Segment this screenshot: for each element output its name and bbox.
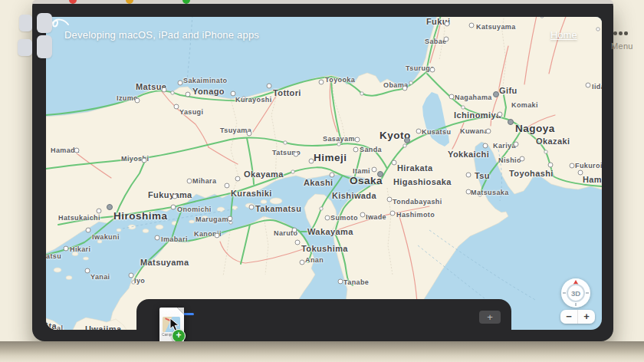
map-city-dot xyxy=(353,147,359,153)
map-city-dot xyxy=(483,143,488,149)
map-graphics xyxy=(46,17,602,330)
map-city-dot xyxy=(387,197,393,202)
stage-window-thumb[interactable] xyxy=(37,35,52,58)
map-city-label: Izumo xyxy=(117,94,138,102)
map-city-label: Miyoshi xyxy=(121,155,149,163)
map-city-dot xyxy=(469,23,475,28)
honshu-landmass xyxy=(46,17,602,330)
map-city-label: Anan xyxy=(305,256,324,264)
page-bottom-gradient xyxy=(0,341,644,362)
map-city-dot xyxy=(444,37,449,42)
site-menu[interactable]: Menu xyxy=(611,31,642,51)
map-city-dot xyxy=(390,211,396,216)
stage-window-thumb[interactable] xyxy=(18,39,32,56)
map-city-label: Toyooka xyxy=(325,76,355,84)
map-city-dot xyxy=(372,167,377,173)
map-city-dot xyxy=(97,209,102,214)
map-city-dot xyxy=(294,152,299,157)
map-city-label: Kusatsu xyxy=(422,128,451,136)
page-fold-icon xyxy=(177,308,184,314)
map-city-dot xyxy=(249,205,255,210)
map-city-label: Iwakuni xyxy=(92,233,120,241)
stage-window-thumb[interactable] xyxy=(37,13,52,33)
uwajima-coast xyxy=(73,318,127,330)
map-city-label: Ichinomiya xyxy=(454,110,501,120)
menu-label[interactable]: Menu xyxy=(611,41,642,51)
kyushu-corner xyxy=(46,318,64,330)
map-city-dot xyxy=(74,148,80,153)
map-city-dot xyxy=(402,86,408,91)
stage-window-thumb[interactable] xyxy=(19,15,32,31)
map-city-label: Okazaki xyxy=(536,137,570,146)
map-city-label: Kanonji xyxy=(194,230,222,238)
map-city-label: Matsuyama xyxy=(140,258,189,267)
ellipsis-icon[interactable] xyxy=(613,31,642,35)
map-city-label: Obama xyxy=(383,81,409,89)
minimize-button[interactable] xyxy=(126,0,133,4)
map-city-label: Hashimoto xyxy=(396,211,435,219)
map-city-label: ita xyxy=(46,321,57,330)
map-city-dot xyxy=(360,212,366,218)
compass-label: 3D xyxy=(571,289,580,298)
map-city-label: Marugame xyxy=(196,216,232,223)
map-city-dot xyxy=(355,137,360,143)
map-city-label: Mihara xyxy=(192,177,216,185)
map-city-dot xyxy=(142,158,147,163)
map-city-label: Kyoto xyxy=(380,130,411,141)
cursor-arrow-icon xyxy=(169,318,180,331)
compass-3d-control[interactable]: 3D xyxy=(561,278,590,308)
map-city-label: Tatsuno xyxy=(272,149,301,156)
map-city-dot xyxy=(570,163,575,169)
map-city-label: Fukuyama xyxy=(148,190,192,199)
map-city-dot xyxy=(267,84,272,89)
zoom-controls: − + xyxy=(560,310,595,324)
zoom-in-button[interactable]: + xyxy=(578,310,595,324)
map-city-dot xyxy=(338,279,343,285)
map-city-label: Himeji xyxy=(314,152,347,163)
map-city-dot xyxy=(172,194,178,199)
zoom-button[interactable] xyxy=(182,0,190,4)
map-city-label: Naruto xyxy=(274,229,297,237)
map-city-label: Imabari xyxy=(161,235,188,243)
map-city-dot xyxy=(171,205,176,210)
map-city-dot xyxy=(231,91,236,97)
map-city-dot xyxy=(325,216,330,221)
map-city-dot xyxy=(508,119,514,125)
map-city-dot xyxy=(174,104,179,110)
map-city-label: Uwajima xyxy=(85,324,121,330)
map-city-dot xyxy=(162,87,167,93)
map-city-dot xyxy=(86,228,91,233)
map-city-dot xyxy=(107,204,113,210)
map-city-label: Hatsukaichi xyxy=(58,214,100,222)
map-city-label: Nishio xyxy=(498,156,521,164)
map-city-dot xyxy=(187,179,192,184)
map-city-dot xyxy=(586,83,591,88)
tab-bar: + xyxy=(136,299,511,341)
map-city-label: Iyo xyxy=(134,277,145,285)
map-city-dot xyxy=(155,235,160,241)
map-city-label: Tsuruga xyxy=(406,64,435,72)
close-button[interactable] xyxy=(69,0,77,4)
map-view[interactable]: MatsueSakaiminatoYonagoIzumoYasugiKurayo… xyxy=(46,17,602,330)
map-city-dot xyxy=(300,260,305,265)
map-city-dot xyxy=(129,273,134,278)
map-city-label: Sakaiminato xyxy=(183,77,227,84)
map-city-label: Sanda xyxy=(360,146,382,153)
map-city-label: Hiroshima xyxy=(113,210,168,222)
map-city-dot xyxy=(292,228,297,233)
map-city-label: Hirakata xyxy=(397,163,433,173)
map-city-label: Sumoto xyxy=(330,214,358,222)
map-city-dot xyxy=(247,131,252,137)
map-city-dot xyxy=(520,156,525,162)
zoom-out-button[interactable]: − xyxy=(560,310,578,324)
map-city-dot xyxy=(416,129,422,134)
map-city-dot xyxy=(330,173,335,178)
map-city-dot xyxy=(548,163,554,168)
awaji-island xyxy=(304,194,337,235)
map-city-label: Matsusaka xyxy=(471,189,509,196)
home-link[interactable]: Home xyxy=(550,29,577,41)
map-city-label: Hikari xyxy=(70,245,90,253)
window-titlebar[interactable] xyxy=(32,0,613,4)
add-tab-button[interactable]: + xyxy=(479,311,501,324)
map-city-label: Fukui xyxy=(426,17,450,26)
